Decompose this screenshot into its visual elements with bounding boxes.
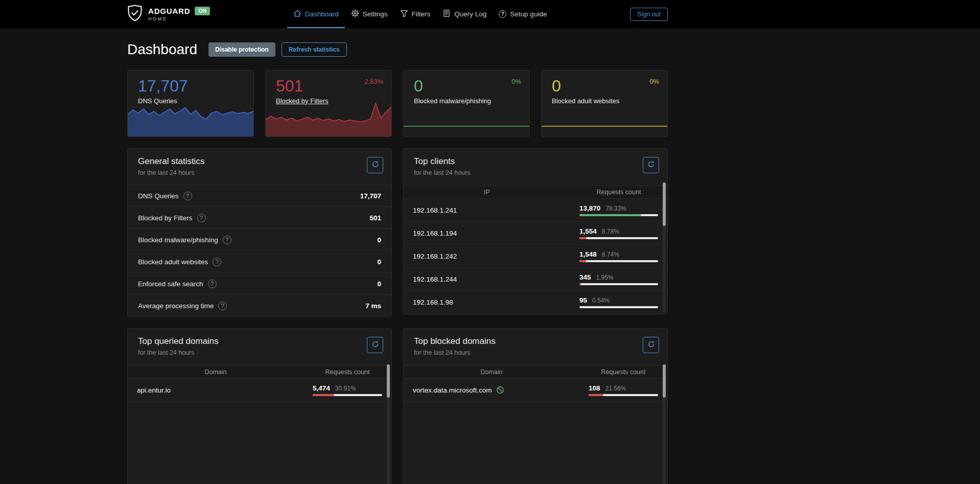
request-percent: 21.56% <box>605 385 626 392</box>
help-icon[interactable] <box>183 192 192 200</box>
brand-home-label: HOME <box>148 16 210 21</box>
stats-row-value: 0 <box>377 258 381 266</box>
table-header: Domain Requests count <box>128 365 391 379</box>
refresh-icon <box>371 340 379 350</box>
top-blocked-domains-card: Top blocked domains for the last 24 hour… <box>403 328 668 484</box>
top-clients-card: Top clients for the last 24 hours IP Req… <box>403 148 668 314</box>
stats-row-name: Blocked malware/phishing <box>138 236 218 244</box>
stats-row-value: 17,707 <box>360 192 381 200</box>
scrollbar-track[interactable] <box>663 182 666 312</box>
request-count: 1,554 <box>579 227 597 235</box>
request-count: 95 <box>579 296 587 304</box>
stat-card-blocked-filters: 501 Blocked by Filters 2.83% <box>265 70 392 137</box>
stats-row: DNS Queries 17,707 <box>128 185 391 206</box>
refresh-button[interactable] <box>643 337 659 353</box>
general-statistics-card: General statistics for the last 24 hours… <box>127 148 392 317</box>
table-row: 192.168.1.242 1,5488.74% <box>404 245 667 268</box>
nav-item-settings[interactable]: Settings <box>345 0 394 28</box>
request-percent: 1.95% <box>596 274 614 281</box>
progress-bar <box>579 260 658 262</box>
help-icon[interactable] <box>197 214 206 222</box>
progress-bar <box>589 394 658 396</box>
stat-cards-row: 17,707 DNS Queries 501 Blocked by Filter… <box>127 70 668 137</box>
client-ip: 192.168.1.98 <box>404 298 570 306</box>
request-count: 108 <box>589 384 600 392</box>
scrollbar-track[interactable] <box>387 364 390 484</box>
brand-home-link[interactable]: ADGUARD ON HOME <box>127 5 210 24</box>
blocked-domain: vortex.data.microsoft.com <box>413 386 492 394</box>
top-queried-domains-card: Top queried domains for the last 24 hour… <box>127 328 392 484</box>
brand-text: ADGUARD ON HOME <box>148 7 210 21</box>
blocked-adult-sparkline <box>542 101 667 136</box>
help-icon[interactable] <box>223 236 231 244</box>
middle-row: General statistics for the last 24 hours… <box>127 148 668 317</box>
dns-queries-sparkline <box>128 101 253 136</box>
column-header-requests[interactable]: Requests count <box>579 368 667 376</box>
column-header-domain[interactable]: Domain <box>128 368 304 376</box>
funnel-icon <box>400 9 408 19</box>
column-header-requests[interactable]: Requests count <box>304 368 391 376</box>
stats-row-value: 501 <box>369 214 381 222</box>
blocked-filters-sparkline <box>266 101 391 136</box>
column-header-requests[interactable]: Requests count <box>570 189 667 196</box>
client-ip: 192.168.1.194 <box>404 229 570 237</box>
refresh-button[interactable] <box>643 157 659 173</box>
refresh-icon <box>647 340 655 350</box>
stats-row-name: Average processing time <box>138 302 214 310</box>
protection-status-badge: ON <box>195 7 210 15</box>
column-header-domain[interactable]: Domain <box>404 368 579 376</box>
stat-card-dns-queries: 17,707 DNS Queries <box>127 70 254 137</box>
stats-row-name: DNS Queries <box>138 192 179 200</box>
stats-row: Blocked adult websites 0 <box>128 250 391 272</box>
page-header: Dashboard Disable protection Refresh sta… <box>127 41 668 58</box>
nav-item-label: Query Log <box>454 10 486 18</box>
bottom-row: Top queried domains for the last 24 hour… <box>127 328 668 484</box>
page-title: Dashboard <box>127 41 197 58</box>
scrollbar-thumb[interactable] <box>663 364 666 398</box>
stats-row: Blocked malware/phishing 0 <box>128 228 391 250</box>
document-icon <box>442 9 451 19</box>
scrollbar-track[interactable] <box>663 364 666 484</box>
table-row: 192.168.1.241 13,87078.33% <box>404 199 667 222</box>
nav-item-dashboard[interactable]: Dashboard <box>287 0 345 28</box>
main-content: Dashboard Disable protection Refresh sta… <box>127 41 668 484</box>
stats-row-value: 7 ms <box>365 302 381 310</box>
card-subtitle: for the last 24 hours <box>138 169 381 176</box>
help-icon[interactable] <box>218 302 227 310</box>
nav-item-filters[interactable]: Filters <box>394 0 437 28</box>
client-ip: 192.168.1.242 <box>404 252 570 260</box>
help-icon[interactable] <box>208 280 217 288</box>
request-count: 5,474 <box>313 384 330 392</box>
block-status-icon[interactable] <box>496 386 504 394</box>
progress-bar <box>313 394 382 396</box>
blocked-by-filters-link[interactable]: Blocked by Filters <box>266 96 339 105</box>
stat-card-blocked-adult: 0 Blocked adult websites 0% <box>541 70 668 137</box>
request-count: 13,870 <box>579 204 600 212</box>
stats-row-name: Enforced safe search <box>138 280 203 288</box>
column-header-ip[interactable]: IP <box>404 189 570 196</box>
refresh-button[interactable] <box>367 157 383 173</box>
scrollbar-thumb[interactable] <box>663 182 666 226</box>
nav-item-setup-guide[interactable]: Setup guide <box>493 0 553 28</box>
request-count: 345 <box>579 273 591 281</box>
disable-protection-button[interactable]: Disable protection <box>208 42 275 57</box>
refresh-statistics-button[interactable]: Refresh statistics <box>282 42 347 57</box>
nav-item-query-log[interactable]: Query Log <box>436 0 493 28</box>
help-icon[interactable] <box>213 258 221 266</box>
stats-row: Average processing time 7 ms <box>128 294 391 316</box>
scrollbar-thumb[interactable] <box>387 364 390 398</box>
card-title: Top clients <box>414 156 657 167</box>
stat-percent: 0% <box>649 78 659 85</box>
progress-bar <box>579 237 658 239</box>
table-header: Domain Requests count <box>404 365 667 379</box>
refresh-button[interactable] <box>367 337 383 353</box>
nav-item-label: Setup guide <box>510 10 547 18</box>
nav-item-label: Settings <box>363 10 388 18</box>
sign-out-button[interactable]: Sign out <box>630 8 668 21</box>
queried-domain: api.entur.io <box>128 386 304 394</box>
blocked-malware-sparkline <box>404 101 529 136</box>
table-row: 192.168.1.194 1,5548.78% <box>404 222 667 245</box>
stat-percent: 2.83% <box>364 78 383 85</box>
stat-label: Blocked adult websites <box>542 96 667 105</box>
request-percent: 78.33% <box>605 205 626 212</box>
